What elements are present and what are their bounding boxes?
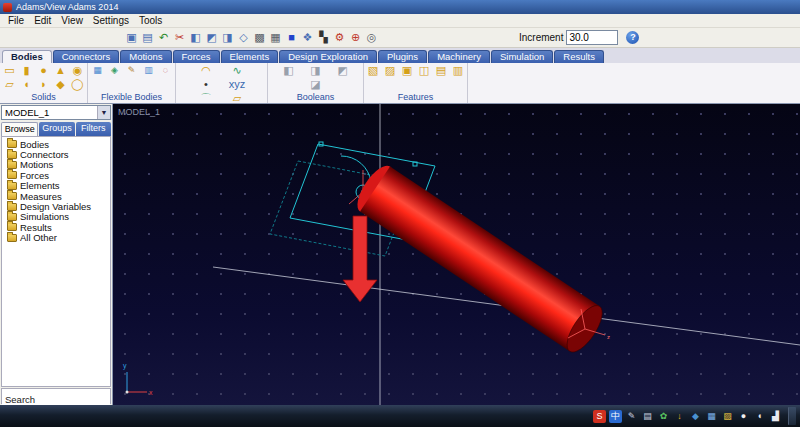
tab-elements[interactable]: Elements <box>221 50 279 63</box>
chevron-down-icon[interactable]: ▼ <box>97 106 110 119</box>
shell-icon[interactable]: ▤ <box>434 64 448 77</box>
tab-forces[interactable]: Forces <box>173 50 220 63</box>
cylinder-icon[interactable]: ▮ <box>20 64 34 77</box>
tree-item[interactable]: Motions <box>2 160 110 170</box>
top-view-icon[interactable]: ◩ <box>204 30 219 45</box>
menu-item[interactable]: Tools <box>134 15 167 26</box>
chamfer-icon[interactable]: ▧ <box>366 64 380 77</box>
frustum-icon[interactable]: ▲ <box>54 64 68 77</box>
tree-item[interactable]: All Other <box>2 233 110 243</box>
bubble-icon[interactable]: ● <box>737 410 750 423</box>
box-icon[interactable]: ▭ <box>3 64 17 77</box>
ime-icon[interactable]: 中 <box>609 410 622 423</box>
tree-item[interactable]: Design Variables <box>2 201 110 211</box>
folder-tray-icon[interactable]: ▨ <box>721 410 734 423</box>
flex-edit-icon[interactable]: ✎ <box>125 64 139 77</box>
rigid-to-flex-icon[interactable]: ◈ <box>108 64 122 77</box>
subtract-icon[interactable]: ◩ <box>331 64 355 77</box>
tree-item-label: Motions <box>20 159 53 170</box>
show-desktop-button[interactable] <box>788 407 796 425</box>
zoom-icon[interactable]: ◎ <box>364 30 379 45</box>
tab-motions[interactable]: Motions <box>120 50 171 63</box>
undo-icon[interactable]: ↶ <box>156 30 171 45</box>
chain-icon[interactable]: ◪ <box>304 78 328 91</box>
tree-item[interactable]: Bodies <box>2 139 110 149</box>
save-icon[interactable]: ▣ <box>124 30 139 45</box>
update-icon[interactable]: ↓ <box>673 410 686 423</box>
right-view-icon[interactable]: ◨ <box>220 30 235 45</box>
display-icon[interactable]: ▦ <box>705 410 718 423</box>
tree-item[interactable]: Measures <box>2 191 110 201</box>
tab-plugins[interactable]: Plugins <box>378 50 427 63</box>
union-icon[interactable]: ◧ <box>277 64 301 77</box>
general-solid-icon[interactable]: ◯ <box>71 78 85 91</box>
folder-icon <box>7 171 17 179</box>
tab-browse[interactable]: Browse <box>1 122 38 136</box>
center-icon[interactable]: ⊕ <box>348 30 363 45</box>
pen-icon[interactable]: ✎ <box>625 410 638 423</box>
spline-icon[interactable]: ∿ <box>223 64 251 77</box>
tree-item[interactable]: Forces <box>2 170 110 180</box>
menu-item[interactable]: Settings <box>88 15 134 26</box>
shaded-view-icon[interactable]: ▩ <box>252 30 267 45</box>
volume-icon[interactable]: ◖ <box>753 410 766 423</box>
sphere-icon[interactable]: ● <box>37 64 51 77</box>
tree-item[interactable]: Elements <box>2 181 110 191</box>
cylinder-part[interactable] <box>351 160 609 357</box>
render-mode-icon[interactable]: ❖ <box>300 30 315 45</box>
tab-bodies[interactable]: Bodies <box>2 50 52 63</box>
increment-input[interactable] <box>566 30 618 45</box>
flex-body-icon[interactable]: ▦ <box>91 64 105 77</box>
hole-icon[interactable]: ▣ <box>400 64 414 77</box>
mesh-icon[interactable]: ▥ <box>142 64 156 77</box>
folder-icon <box>7 223 17 231</box>
tree-item[interactable]: Simulations <box>2 212 110 222</box>
tab-filters[interactable]: Filters <box>76 122 111 136</box>
menu-item[interactable]: File <box>3 15 29 26</box>
tab-machinery[interactable]: Machinery <box>428 50 490 63</box>
shield-icon[interactable]: ◆ <box>689 410 702 423</box>
extrusion-icon[interactable]: ◗ <box>37 78 51 91</box>
tab-connectors[interactable]: Connectors <box>53 50 120 63</box>
viewport-3d[interactable]: MODEL_1 <box>113 104 800 405</box>
draft-icon[interactable]: ▥ <box>451 64 465 77</box>
cylinder-body[interactable] <box>360 167 600 352</box>
front-view-icon[interactable]: ◧ <box>188 30 203 45</box>
tree-item[interactable]: Results <box>2 222 110 232</box>
boss-icon[interactable]: ◫ <box>417 64 431 77</box>
tab-design-exploration[interactable]: Design Exploration <box>279 50 377 63</box>
clipboard-icon[interactable]: ▤ <box>641 410 654 423</box>
tree-item[interactable]: Connectors <box>2 149 110 159</box>
tab-groups[interactable]: Groups <box>39 122 74 136</box>
matrix-icon[interactable]: ◌ <box>159 64 173 77</box>
plate-icon[interactable]: ◖ <box>20 78 34 91</box>
point-icon[interactable]: • <box>192 78 220 91</box>
cut-icon[interactable]: ✂ <box>172 30 187 45</box>
triad-x-label: x <box>149 389 153 396</box>
save-as-icon[interactable]: ▤ <box>140 30 155 45</box>
iso-view-icon[interactable]: ◇ <box>236 30 251 45</box>
ribbon-group-label: Flexible Bodies <box>90 92 173 103</box>
snagit-icon[interactable]: S <box>593 410 606 423</box>
network-icon[interactable]: ▟ <box>769 410 782 423</box>
menu-item[interactable]: Edit <box>29 15 56 26</box>
intersect-icon[interactable]: ◨ <box>304 64 328 77</box>
torus-icon[interactable]: ◉ <box>71 64 85 77</box>
revolution-icon[interactable]: ◆ <box>54 78 68 91</box>
help-icon[interactable]: ? <box>626 31 639 44</box>
gear-icon[interactable]: ⚙ <box>332 30 347 45</box>
link-icon[interactable]: ▱ <box>3 78 17 91</box>
model-selector[interactable]: MODEL_1 ▼ <box>1 105 111 120</box>
marker-icon[interactable]: xyz <box>223 78 251 91</box>
tab-results[interactable]: Results <box>554 50 604 63</box>
checker-icon[interactable]: ▚ <box>316 30 331 45</box>
wireframe-view-icon[interactable]: ▦ <box>268 30 283 45</box>
arc-icon[interactable]: ◠ <box>192 64 220 77</box>
leaf-icon[interactable]: ✿ <box>657 410 670 423</box>
ribbon-group: ▧▨▣◫▤▥ Features <box>364 63 468 103</box>
menu-item[interactable]: View <box>56 15 88 26</box>
tab-simulation[interactable]: Simulation <box>491 50 553 63</box>
color-swatch-icon[interactable]: ■ <box>284 30 299 45</box>
viewport-model-label: MODEL_1 <box>118 107 160 117</box>
fillet-icon[interactable]: ▨ <box>383 64 397 77</box>
